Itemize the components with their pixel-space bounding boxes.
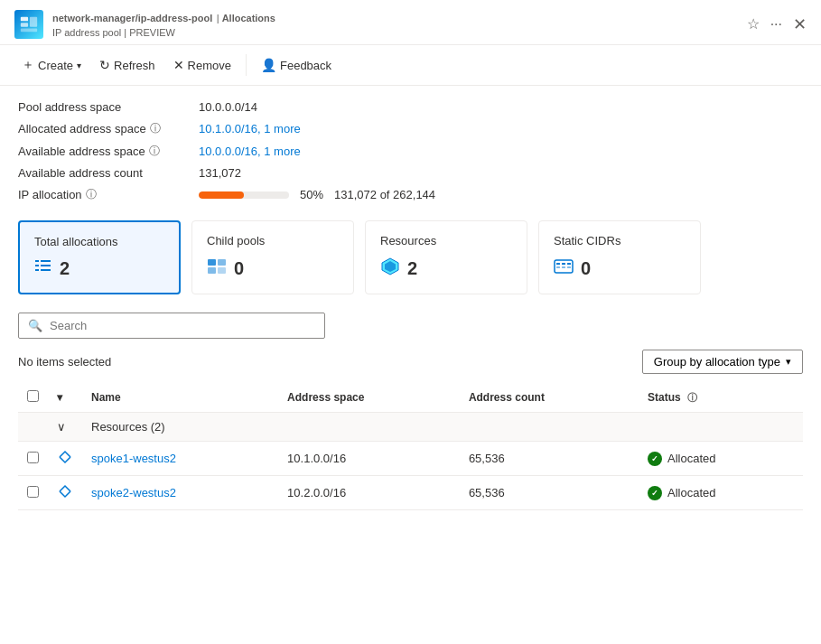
card-child-pools[interactable]: Child pools 0 xyxy=(191,220,354,294)
available-address-count-label: Available address count xyxy=(18,166,199,180)
group-expand-icon[interactable]: ∨ xyxy=(57,420,66,434)
available-address-count-value: 131,072 xyxy=(199,166,241,180)
svg-rect-8 xyxy=(35,269,39,271)
header-address-space[interactable]: Address space xyxy=(278,383,460,413)
search-input[interactable] xyxy=(50,319,315,332)
row-1-status: Allocated xyxy=(648,452,794,466)
group-label: Resources (2) xyxy=(82,413,803,442)
remove-button[interactable]: ✕ Remove xyxy=(166,53,238,77)
favorite-button[interactable]: ☆ xyxy=(747,14,760,34)
group-by-button[interactable]: Group by allocation type ▾ xyxy=(642,350,803,374)
svg-rect-21 xyxy=(562,266,565,268)
search-bar[interactable]: 🔍 xyxy=(18,313,325,339)
feedback-label: Feedback xyxy=(280,59,331,72)
svg-rect-20 xyxy=(556,266,560,268)
title-bar: network-manager/ip-address-pool | Alloca… xyxy=(0,0,821,45)
available-address-space-label: Available address space ⓘ xyxy=(18,144,199,159)
more-options-button[interactable]: ··· xyxy=(770,14,782,34)
search-icon: 🔍 xyxy=(28,319,42,332)
content: Pool address space 10.0.0.0/14 Allocated… xyxy=(0,86,821,525)
svg-rect-10 xyxy=(208,259,216,266)
row-2-status-dot xyxy=(648,486,662,500)
row-2-address-count: 65,536 xyxy=(460,476,639,510)
row-1-address-count: 65,536 xyxy=(460,442,639,476)
allocated-address-space-label: Allocated address space ⓘ xyxy=(18,121,199,136)
svg-rect-19 xyxy=(567,263,571,265)
svg-rect-7 xyxy=(41,265,51,266)
svg-rect-13 xyxy=(218,267,226,274)
child-pool-icon xyxy=(207,257,227,281)
progress-pct-label: 50% xyxy=(300,188,323,201)
svg-rect-0 xyxy=(21,16,28,21)
ip-allocation-info-icon[interactable]: ⓘ xyxy=(86,187,97,202)
available-address-count-row: Available address count 131,072 xyxy=(18,166,803,180)
card-total-allocations[interactable]: Total allocations 2 xyxy=(18,220,181,294)
header-status[interactable]: Status ⓘ xyxy=(639,383,803,413)
cards-container: Total allocations 2 Child pools xyxy=(18,220,803,294)
allocated-address-space-row: Allocated address space ⓘ 10.1.0.0/16, 1… xyxy=(18,121,803,136)
create-button[interactable]: ＋ Create ▾ xyxy=(14,52,89,78)
app-icon xyxy=(14,10,43,39)
svg-rect-18 xyxy=(562,263,565,265)
card-resources-title: Resources xyxy=(380,234,512,247)
feedback-button[interactable]: 👤 Feedback xyxy=(254,53,339,77)
row-2-checkbox[interactable] xyxy=(27,486,39,498)
group-by-label: Group by allocation type xyxy=(654,355,780,369)
refresh-icon: ↻ xyxy=(99,58,110,72)
header-address-count[interactable]: Address count xyxy=(460,383,639,413)
table-body: ∨ Resources (2) sp xyxy=(18,413,803,510)
page-title: network-manager/ip-address-pool | Alloca… xyxy=(52,9,275,25)
pool-address-space-value: 10.0.0.0/14 xyxy=(199,100,257,114)
remove-label: Remove xyxy=(188,59,231,72)
row-1-checkbox[interactable] xyxy=(27,452,39,463)
row-1-name[interactable]: spoke1-westus2 xyxy=(91,452,176,465)
allocations-table: ▾ Name Address space Address count Statu… xyxy=(18,383,803,510)
card-resources[interactable]: Resources 2 xyxy=(365,220,527,294)
create-chevron-icon: ▾ xyxy=(77,61,81,70)
refresh-button[interactable]: ↻ Refresh xyxy=(92,53,163,77)
select-all-checkbox[interactable] xyxy=(27,390,39,402)
available-address-space-row: Available address space ⓘ 10.0.0.0/16, 1… xyxy=(18,144,803,159)
card-child-pools-title: Child pools xyxy=(207,234,339,247)
page-subtitle: IP address pool | PREVIEW xyxy=(52,27,175,38)
svg-rect-11 xyxy=(218,259,226,266)
table-row: spoke2-westus2 10.2.0.0/16 65,536 Alloca… xyxy=(18,476,803,510)
row-1-address-space: 10.1.0.0/16 xyxy=(278,442,460,476)
svg-rect-6 xyxy=(35,265,39,266)
svg-rect-22 xyxy=(567,266,571,268)
info-table: Pool address space 10.0.0.0/14 Allocated… xyxy=(18,100,803,202)
available-address-space-value[interactable]: 10.0.0.0/16, 1 more xyxy=(199,145,301,158)
close-button[interactable]: ✕ xyxy=(793,14,807,34)
header-expand-col: ▾ xyxy=(48,383,82,413)
svg-rect-17 xyxy=(556,263,560,265)
ip-allocation-row: IP allocation ⓘ 50% 131,072 of 262,144 xyxy=(18,187,803,202)
progress-bar-fill xyxy=(199,191,244,199)
card-static-cidrs-value: 0 xyxy=(554,257,686,281)
available-space-info-icon[interactable]: ⓘ xyxy=(149,144,160,159)
feedback-icon: 👤 xyxy=(261,58,276,72)
card-total-title: Total allocations xyxy=(34,235,164,248)
row-2-name[interactable]: spoke2-westus2 xyxy=(91,486,176,499)
toolbar: ＋ Create ▾ ↻ Refresh ✕ Remove 👤 Feedback xyxy=(0,45,821,86)
refresh-label: Refresh xyxy=(114,59,155,72)
header-name[interactable]: Name xyxy=(82,383,278,413)
group-by-chevron-icon: ▾ xyxy=(786,356,791,368)
svg-rect-1 xyxy=(21,23,28,27)
ip-allocation-label: IP allocation ⓘ xyxy=(18,187,199,202)
allocated-address-space-value[interactable]: 10.1.0.0/16, 1 more xyxy=(199,122,301,135)
card-static-cidrs[interactable]: Static CIDRs 0 xyxy=(538,220,701,294)
title-bar-left: network-manager/ip-address-pool | Alloca… xyxy=(14,9,275,39)
sort-icon[interactable]: ▾ xyxy=(57,391,62,404)
status-info-icon[interactable]: ⓘ xyxy=(687,392,697,403)
title-text: network-manager/ip-address-pool | Alloca… xyxy=(52,9,275,39)
header-checkbox-col xyxy=(18,383,48,413)
pool-address-space-label: Pool address space xyxy=(18,100,199,114)
card-resources-value: 2 xyxy=(380,257,512,281)
allocated-info-icon[interactable]: ⓘ xyxy=(150,121,161,136)
ip-allocation-progress: 50% 131,072 of 262,144 xyxy=(199,188,435,201)
progress-bar-container xyxy=(199,191,289,199)
svg-rect-5 xyxy=(41,260,51,262)
title-bar-right: ☆ ··· ✕ xyxy=(747,14,807,34)
row-2-status-label: Allocated xyxy=(667,486,715,499)
resource-icon xyxy=(380,257,400,281)
